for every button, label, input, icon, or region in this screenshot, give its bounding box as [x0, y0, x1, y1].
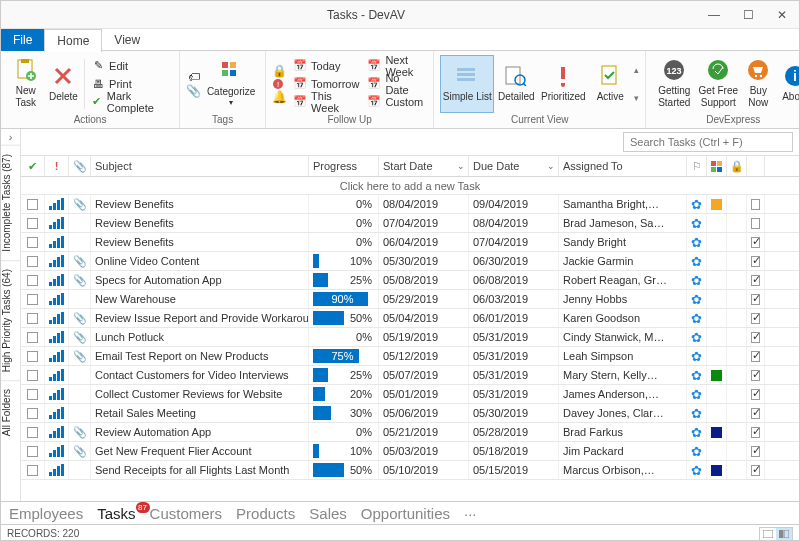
row-done-checkbox[interactable]: [751, 199, 760, 210]
nav-tasks[interactable]: Tasks87: [97, 505, 135, 522]
table-row[interactable]: 📎Review Benefits0%08/04/201909/04/2019Sa…: [21, 195, 799, 214]
maximize-button[interactable]: ☐: [731, 1, 765, 29]
gear-icon[interactable]: ✿: [691, 444, 702, 459]
side-tab-high-priority[interactable]: High Priority Tasks (64): [1, 260, 20, 380]
view-card-button[interactable]: [776, 528, 792, 540]
row-checkbox[interactable]: [27, 389, 38, 400]
row-checkbox[interactable]: [27, 256, 38, 267]
grid-body[interactable]: 📎Review Benefits0%08/04/201909/04/2019Sa…: [21, 195, 799, 501]
row-checkbox[interactable]: [27, 427, 38, 438]
simple-list-button[interactable]: Simple List: [440, 55, 494, 113]
col-start-date[interactable]: Start Date⌄: [379, 156, 469, 176]
today-button[interactable]: 📅Today: [289, 57, 363, 75]
row-checkbox[interactable]: [27, 313, 38, 324]
row-checkbox[interactable]: [27, 332, 38, 343]
side-tab-incomplete[interactable]: Incomplete Tasks (87): [1, 145, 20, 260]
row-done-checkbox[interactable]: [751, 427, 760, 438]
nav-more[interactable]: ···: [464, 505, 477, 522]
paperclip-icon[interactable]: 📎: [186, 84, 201, 98]
col-complete[interactable]: ✔: [21, 156, 45, 176]
gear-icon[interactable]: ✿: [691, 216, 702, 231]
row-checkbox[interactable]: [27, 370, 38, 381]
row-done-checkbox[interactable]: [751, 275, 760, 286]
nav-opportunities[interactable]: Opportunities: [361, 505, 450, 522]
col-flag[interactable]: ⚐: [687, 156, 707, 176]
close-button[interactable]: ✕: [765, 1, 799, 29]
buy-now-button[interactable]: Buy Now: [740, 55, 776, 113]
tag-icon[interactable]: 🏷: [186, 70, 201, 84]
row-done-checkbox[interactable]: [751, 256, 760, 267]
nav-sales[interactable]: Sales: [309, 505, 347, 522]
row-done-checkbox[interactable]: [751, 313, 760, 324]
support-button[interactable]: Get Free Support: [696, 55, 740, 113]
custom-button[interactable]: 📅Custom: [363, 93, 427, 111]
active-button[interactable]: Active: [588, 55, 632, 113]
gear-icon[interactable]: ✿: [691, 425, 702, 440]
table-row[interactable]: 📎Specs for Automation App25%05/08/201906…: [21, 271, 799, 290]
gear-icon[interactable]: ✿: [691, 254, 702, 269]
side-tab-all-folders[interactable]: All Folders: [1, 380, 20, 444]
row-checkbox[interactable]: [27, 408, 38, 419]
table-row[interactable]: 📎Review Automation App0%05/21/201905/28/…: [21, 423, 799, 442]
warning-icon[interactable]: !: [272, 78, 287, 90]
row-done-checkbox[interactable]: [751, 351, 760, 362]
getting-started-button[interactable]: 123 Getting Started: [652, 55, 696, 113]
table-row[interactable]: Send Receipts for all Flights Last Month…: [21, 461, 799, 480]
row-done-checkbox[interactable]: [751, 218, 760, 229]
row-done-checkbox[interactable]: [751, 370, 760, 381]
delete-button[interactable]: Delete: [45, 55, 83, 113]
gear-icon[interactable]: ✿: [691, 463, 702, 478]
prioritized-button[interactable]: Prioritized: [538, 55, 588, 113]
col-private[interactable]: 🔒: [727, 156, 747, 176]
gear-icon[interactable]: ✿: [691, 368, 702, 383]
col-progress[interactable]: Progress: [309, 156, 379, 176]
table-row[interactable]: Collect Customer Reviews for Website20%0…: [21, 385, 799, 404]
table-row[interactable]: Retail Sales Meeting30%05/06/201905/30/2…: [21, 404, 799, 423]
row-checkbox[interactable]: [27, 275, 38, 286]
gear-icon[interactable]: ✿: [691, 406, 702, 421]
row-done-checkbox[interactable]: [751, 332, 760, 343]
table-row[interactable]: 📎Review Issue Report and Provide Workaro…: [21, 309, 799, 328]
table-row[interactable]: 📎Online Video Content10%05/30/201906/30/…: [21, 252, 799, 271]
col-priority[interactable]: !: [45, 156, 69, 176]
table-row[interactable]: 📎Get New Frequent Flier Account10%05/03/…: [21, 442, 799, 461]
view-up-icon[interactable]: ▴: [634, 65, 639, 75]
about-button[interactable]: i About: [776, 55, 800, 113]
table-row[interactable]: Contact Customers for Video Interviews25…: [21, 366, 799, 385]
row-checkbox[interactable]: [27, 294, 38, 305]
side-toggle-button[interactable]: ›: [1, 129, 20, 145]
col-attachment[interactable]: 📎: [69, 156, 91, 176]
edit-button[interactable]: ✎Edit: [87, 57, 173, 75]
gear-icon[interactable]: ✿: [691, 197, 702, 212]
row-done-checkbox[interactable]: [751, 465, 760, 476]
table-row[interactable]: 📎Email Test Report on New Products75%05/…: [21, 347, 799, 366]
table-row[interactable]: Review Benefits0%07/04/201908/04/2019Bra…: [21, 214, 799, 233]
view-down-icon[interactable]: ▾: [634, 93, 639, 103]
col-subject[interactable]: Subject: [91, 156, 309, 176]
nav-products[interactable]: Products: [236, 505, 295, 522]
table-row[interactable]: 📎Lunch Potluck0%05/19/201905/31/2019Cind…: [21, 328, 799, 347]
new-task-button[interactable]: New Task: [7, 55, 45, 113]
nav-customers[interactable]: Customers: [150, 505, 223, 522]
search-input[interactable]: [623, 132, 793, 152]
row-done-checkbox[interactable]: [751, 294, 760, 305]
row-done-checkbox[interactable]: [751, 408, 760, 419]
gear-icon[interactable]: ✿: [691, 235, 702, 250]
row-checkbox[interactable]: [27, 237, 38, 248]
lock-icon[interactable]: 🔒: [272, 64, 287, 78]
tab-file[interactable]: File: [1, 29, 44, 51]
row-checkbox[interactable]: [27, 351, 38, 362]
gear-icon[interactable]: ✿: [691, 330, 702, 345]
col-assigned-to[interactable]: Assigned To: [559, 156, 687, 176]
table-row[interactable]: New Warehouse90%05/29/201906/03/2019Jenn…: [21, 290, 799, 309]
minimize-button[interactable]: —: [697, 1, 731, 29]
no-date-button[interactable]: 📅No Date: [363, 75, 427, 93]
table-row[interactable]: Review Benefits0%06/04/201907/04/2019San…: [21, 233, 799, 252]
gear-icon[interactable]: ✿: [691, 311, 702, 326]
nav-employees[interactable]: Employees: [9, 505, 83, 522]
col-category[interactable]: [707, 156, 727, 176]
row-checkbox[interactable]: [27, 199, 38, 210]
gear-icon[interactable]: ✿: [691, 387, 702, 402]
row-checkbox[interactable]: [27, 446, 38, 457]
row-done-checkbox[interactable]: [751, 237, 760, 248]
